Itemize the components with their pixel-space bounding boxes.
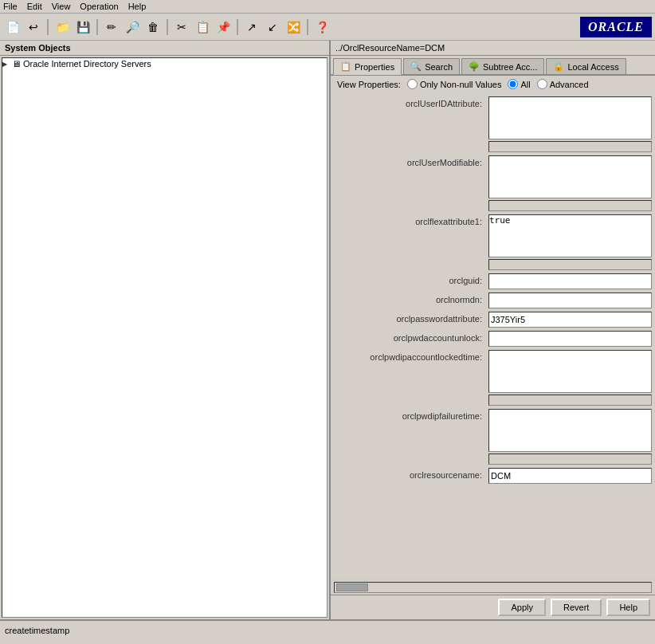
revert-button[interactable]: Revert bbox=[551, 599, 602, 616]
prop-input-container bbox=[488, 273, 652, 289]
prop-input-container bbox=[488, 409, 652, 465]
paste-button[interactable]: 📌 bbox=[214, 18, 233, 37]
menu-file[interactable]: File bbox=[3, 2, 18, 11]
tab-local-access[interactable]: 🔒 Local Access bbox=[546, 58, 626, 74]
prop-label: orclpwdaccountunlock: bbox=[334, 331, 485, 343]
node-text: Oracle Internet Directory Servers bbox=[23, 59, 151, 69]
prop-row: orclpwdaccountunlock: bbox=[334, 331, 652, 347]
prop-label: orclUserIDAttribute: bbox=[334, 96, 485, 108]
h-scrollbar[interactable] bbox=[334, 582, 652, 593]
textarea-scroll-row bbox=[488, 141, 652, 152]
prop-textfield-6[interactable] bbox=[488, 331, 652, 347]
prop-input-container bbox=[488, 214, 652, 270]
textarea-hscroll[interactable] bbox=[488, 141, 652, 152]
cut-button[interactable]: ✂ bbox=[172, 18, 191, 37]
prop-row: orclUserIDAttribute: bbox=[334, 96, 652, 152]
menu-view[interactable]: View bbox=[52, 2, 71, 11]
copy-button[interactable]: 📋 bbox=[193, 18, 212, 37]
export-button[interactable]: ↗ bbox=[242, 18, 261, 37]
main-content: System Objects ▶🖥Oracle Internet Directo… bbox=[0, 41, 655, 619]
prop-textfield-5[interactable] bbox=[488, 312, 652, 328]
textarea-scroll-row bbox=[488, 200, 652, 211]
menu-operation[interactable]: Operation bbox=[80, 2, 118, 11]
delete-button[interactable]: 🗑 bbox=[143, 18, 163, 37]
status-text: createtimestamp bbox=[5, 626, 69, 635]
node-icon: 🖥 bbox=[12, 59, 21, 69]
prop-row: orclflexattribute1: bbox=[334, 214, 652, 270]
apply-button[interactable]: Apply bbox=[498, 599, 546, 616]
prop-label: orclguid: bbox=[334, 273, 485, 285]
search-tab-label: Search bbox=[425, 62, 453, 72]
right-panel: ../OrclResourceName=DCM 📋 Properties 🔍 S… bbox=[331, 41, 655, 619]
toolbar-sep-5 bbox=[307, 19, 308, 35]
prop-label: orclresourcename: bbox=[334, 468, 485, 480]
prop-textarea-8[interactable] bbox=[488, 409, 652, 452]
import-button[interactable]: ↙ bbox=[263, 18, 282, 37]
help-button[interactable]: ❓ bbox=[312, 18, 331, 37]
props-container: orclUserIDAttribute:orclUserModifiable:o… bbox=[334, 96, 652, 484]
prop-label: orclpwdipaccountlockedtime: bbox=[334, 350, 485, 362]
radio-advanced-label[interactable]: Advanced bbox=[537, 79, 589, 89]
prop-row: orclUserModifiable: bbox=[334, 155, 652, 211]
prop-row: orclpwdipfailuretime: bbox=[334, 409, 652, 465]
textarea-hscroll[interactable] bbox=[488, 454, 652, 465]
status-bar: createtimestamp bbox=[0, 619, 655, 640]
prop-textarea-7[interactable] bbox=[488, 350, 652, 393]
back-button[interactable]: ↩ bbox=[24, 18, 43, 37]
left-panel: System Objects ▶🖥Oracle Internet Directo… bbox=[0, 41, 331, 619]
new-button[interactable]: 📄 bbox=[3, 18, 22, 37]
edit-button[interactable]: ✏ bbox=[102, 18, 121, 37]
prop-textarea-2[interactable] bbox=[488, 214, 652, 257]
tab-search[interactable]: 🔍 Search bbox=[403, 58, 460, 74]
right-panel-header: ../OrclResourceName=DCM bbox=[331, 41, 655, 56]
prop-input-container bbox=[488, 96, 652, 152]
tab-properties[interactable]: 📋 Properties bbox=[333, 58, 402, 75]
prop-label: orclflexattribute1: bbox=[334, 214, 485, 226]
properties-area[interactable]: orclUserIDAttribute:orclUserModifiable:o… bbox=[331, 93, 655, 579]
prop-label: orclnormdn: bbox=[334, 293, 485, 304]
properties-tab-label: Properties bbox=[355, 62, 394, 72]
save-button[interactable]: 💾 bbox=[73, 18, 92, 37]
prop-textfield-4[interactable] bbox=[488, 293, 652, 308]
folder-button[interactable]: 📁 bbox=[53, 18, 72, 37]
radio-non-null[interactable] bbox=[407, 79, 418, 89]
prop-textfield-3[interactable] bbox=[488, 273, 652, 289]
prop-textfield-9[interactable] bbox=[488, 468, 652, 484]
prop-input-container bbox=[488, 155, 652, 211]
radio-all-label[interactable]: All bbox=[508, 79, 530, 89]
move-button[interactable]: 🔀 bbox=[284, 18, 303, 37]
radio-all[interactable] bbox=[508, 79, 518, 89]
textarea-scroll-row bbox=[488, 259, 652, 270]
tree-node-label[interactable]: ▶🖥Oracle Internet Directory Servers bbox=[2, 58, 327, 69]
toolbar-sep-3 bbox=[167, 19, 168, 35]
menu-edit[interactable]: Edit bbox=[27, 2, 42, 11]
textarea-hscroll[interactable] bbox=[488, 200, 652, 211]
prop-input-container bbox=[488, 331, 652, 347]
tree-container[interactable]: ▶🖥Oracle Internet Directory Servers bbox=[2, 57, 328, 618]
subtree-tab-label: Subtree Acc... bbox=[483, 62, 537, 72]
prop-row: orclpasswordattribute: bbox=[334, 312, 652, 328]
tree-node: ▶🖥Oracle Internet Directory Servers bbox=[2, 58, 327, 69]
bottom-bar: Apply Revert Help bbox=[331, 595, 655, 619]
prop-textarea-1[interactable] bbox=[488, 155, 652, 198]
prop-row: orclpwdipaccountlockedtime: bbox=[334, 350, 652, 406]
menu-help[interactable]: Help bbox=[128, 2, 147, 11]
subtree-tab-icon: 🌳 bbox=[469, 61, 480, 72]
tab-subtree[interactable]: 🌳 Subtree Acc... bbox=[461, 58, 544, 74]
radio-advanced[interactable] bbox=[537, 79, 547, 89]
prop-textarea-0[interactable] bbox=[488, 96, 652, 139]
properties-tab-icon: 📋 bbox=[340, 61, 351, 72]
help-prop-button[interactable]: Help bbox=[606, 599, 650, 616]
textarea-hscroll[interactable] bbox=[488, 395, 652, 406]
toolbar-sep-1 bbox=[47, 19, 49, 35]
local-access-tab-icon: 🔒 bbox=[553, 61, 564, 72]
find-button[interactable]: 🔎 bbox=[123, 18, 142, 37]
textarea-hscroll[interactable] bbox=[488, 259, 652, 270]
radio-non-null-label[interactable]: Only Non-null Values bbox=[407, 79, 502, 89]
expand-icon[interactable]: ▶ bbox=[2, 61, 12, 68]
toolbar-sep-4 bbox=[237, 19, 238, 35]
view-properties-label: View Properties: bbox=[337, 80, 401, 89]
toolbar-sep-2 bbox=[96, 19, 98, 35]
prop-input-container bbox=[488, 468, 652, 484]
local-access-tab-label: Local Access bbox=[567, 62, 618, 72]
